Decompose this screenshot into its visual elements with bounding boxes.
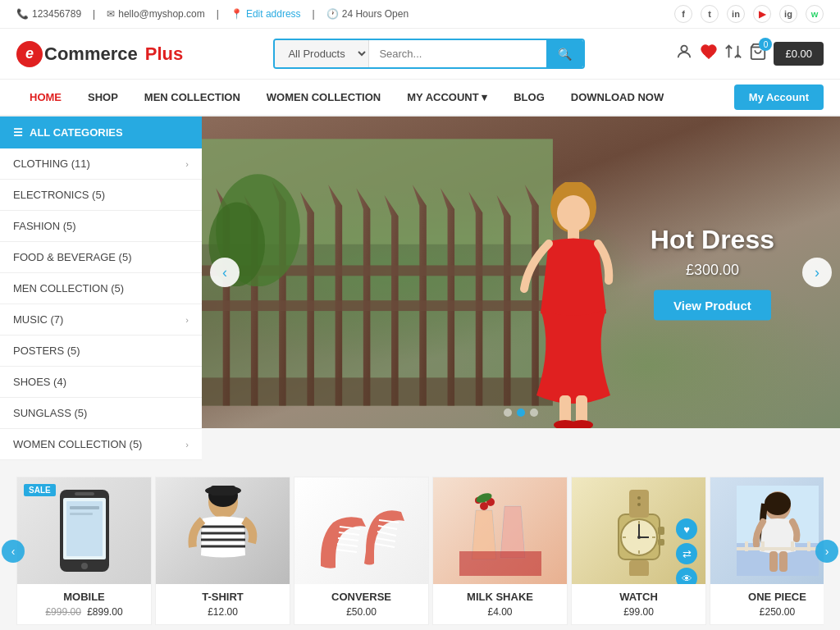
product-tshirt-image — [156, 477, 290, 584]
twitter-icon[interactable]: t — [701, 5, 719, 23]
cart-icon[interactable]: 0 — [749, 43, 767, 65]
nav-my-account-btn[interactable]: My Account — [734, 84, 824, 110]
sidebar-label-men: MEN COLLECTION (5) — [13, 282, 124, 294]
search-bar: All Products Clothing Electronics Fashio… — [273, 39, 585, 69]
product-mobile-old-price: £999.00 — [45, 606, 80, 618]
product-converse-price: £50.00 — [294, 606, 428, 624]
account-icon[interactable] — [675, 43, 693, 65]
nav-shop[interactable]: SHOP — [75, 80, 131, 115]
svg-point-22 — [557, 195, 590, 231]
email-address: hello@myshop.com — [118, 8, 205, 20]
clock-icon: 🕐 — [326, 8, 339, 20]
product-onepiece-new-price: £250.00 — [760, 606, 795, 618]
cart-amount-button[interactable]: £0.00 — [774, 42, 824, 66]
quickview-button[interactable]: 👁 — [676, 568, 697, 584]
products-next-button[interactable]: › — [815, 540, 838, 563]
product-onepiece-price: £250.00 — [710, 606, 824, 624]
chevron-right-icon-women: › — [185, 440, 189, 450]
whatsapp-icon[interactable]: w — [806, 5, 824, 23]
nav-home[interactable]: HOME — [16, 80, 75, 115]
products-section: ‹ SALE MOBILE £999.00 £899.00 — [0, 460, 840, 630]
svg-rect-73 — [658, 527, 664, 535]
hero-slider: Hot Dress £300.00 View Product ‹ › — [202, 116, 840, 428]
svg-rect-33 — [70, 506, 99, 509]
svg-point-64 — [637, 536, 641, 539]
svg-line-52 — [376, 544, 395, 547]
nav-download-now[interactable]: DOWNLOAD NOW — [558, 80, 677, 115]
product-onepiece-name: ONE PIECE — [710, 584, 824, 606]
svg-rect-34 — [70, 513, 93, 515]
compare-icon[interactable] — [724, 43, 742, 65]
nav-men-collection[interactable]: MEN COLLECTION — [131, 80, 253, 115]
search-input[interactable] — [369, 40, 546, 67]
svg-line-47 — [336, 550, 357, 552]
logo[interactable]: e Commerce Plus — [16, 41, 183, 67]
phone-icon: 📞 — [16, 8, 29, 20]
svg-point-72 — [637, 503, 641, 506]
watch-svg — [598, 486, 680, 576]
sidebar-item-clothing[interactable]: CLOTHING (11) › — [0, 148, 202, 180]
sidebar-item-posters[interactable]: POSTERS (5) — [0, 336, 202, 367]
location-icon: 📍 — [231, 8, 243, 20]
svg-rect-83 — [761, 541, 765, 551]
sidebar-item-shoes[interactable]: SHOES (4) — [0, 367, 202, 398]
dot-2[interactable] — [517, 409, 525, 417]
compare-add-button[interactable]: ⇄ — [676, 543, 697, 564]
slider-cta-button[interactable]: View Product — [654, 290, 771, 321]
product-converse[interactable]: CONVERSE £50.00 — [294, 477, 429, 625]
sidebar-label-food: FOOD & BEVERAGE (5) — [13, 251, 131, 263]
dot-3[interactable] — [530, 409, 538, 417]
tshirt-svg — [186, 486, 260, 576]
menu-icon: ☰ — [13, 126, 23, 139]
sidebar-item-sunglass[interactable]: SUNGLASS (5) — [0, 398, 202, 429]
sidebar-item-music[interactable]: MUSIC (7) › — [0, 304, 202, 336]
dot-1[interactable] — [504, 409, 512, 417]
product-mobile[interactable]: SALE MOBILE £999.00 £899.00 — [16, 477, 152, 625]
svg-rect-18 — [202, 377, 553, 405]
svg-rect-70 — [629, 560, 649, 576]
search-category-dropdown[interactable]: All Products Clothing Electronics Fashio… — [275, 40, 369, 67]
nav-women-collection[interactable]: WOMEN COLLECTION — [253, 80, 394, 115]
svg-rect-38 — [211, 486, 235, 495]
wishlist-add-button[interactable]: ♥ — [676, 518, 697, 540]
sidebar-item-food[interactable]: FOOD & BEVERAGE (5) — [0, 242, 202, 273]
product-milkshake-price: £4.00 — [433, 606, 567, 624]
product-onepiece[interactable]: ONE PIECE £250.00 — [710, 477, 824, 625]
top-bar: 📞 123456789 | ✉ hello@myshop.com | 📍 Edi… — [0, 0, 840, 29]
svg-rect-57 — [459, 551, 541, 576]
slider-prev-button[interactable]: ‹ — [210, 258, 240, 287]
sidebar: ☰ ALL CATEGORIES CLOTHING (11) › ELECTRO… — [0, 116, 202, 460]
product-watch[interactable]: ♥ ⇄ 👁 — [571, 477, 706, 625]
nav-my-account[interactable]: MY ACCOUNT ▾ — [394, 80, 500, 115]
linkedin-icon[interactable]: in — [727, 5, 745, 23]
sidebar-title: ALL CATEGORIES — [30, 126, 123, 139]
edit-address-link[interactable]: Edit address — [246, 8, 301, 20]
phone-number: 123456789 — [32, 8, 81, 20]
svg-rect-31 — [75, 492, 94, 495]
header-icons: 0 £0.00 — [675, 42, 824, 66]
sidebar-item-women[interactable]: WOMEN COLLECTION (5) › — [0, 429, 202, 460]
sidebar-item-electronics[interactable]: ELECTRONICS (5) — [0, 180, 202, 211]
nav-blog[interactable]: BLOG — [500, 80, 558, 115]
sidebar-item-men[interactable]: MEN COLLECTION (5) — [0, 273, 202, 304]
svg-rect-17 — [202, 300, 553, 311]
wishlist-icon[interactable] — [700, 43, 718, 65]
search-button[interactable]: 🔍 — [546, 40, 583, 67]
sidebar-item-fashion[interactable]: FASHION (5) — [0, 211, 202, 242]
instagram-icon[interactable]: ig — [779, 5, 797, 23]
svg-rect-82 — [745, 541, 748, 551]
svg-line-46 — [337, 544, 358, 546]
svg-point-27 — [570, 420, 593, 428]
top-bar-social: f t in ▶ ig w — [674, 5, 824, 23]
sidebar-label-posters: POSTERS (5) — [13, 345, 80, 357]
email-icon: ✉ — [107, 8, 115, 20]
mobile-svg — [52, 486, 117, 576]
product-tshirt[interactable]: T-SHIRT £12.00 — [155, 477, 290, 625]
slider-next-button[interactable]: › — [802, 258, 832, 287]
facebook-icon[interactable]: f — [674, 5, 692, 23]
logo-name: Commerce Plus — [44, 43, 183, 65]
youtube-icon[interactable]: ▶ — [753, 5, 771, 23]
product-milkshake[interactable]: MILK SHAKE £4.00 — [432, 477, 568, 625]
products-prev-button[interactable]: ‹ — [2, 540, 25, 563]
svg-line-45 — [338, 538, 358, 541]
